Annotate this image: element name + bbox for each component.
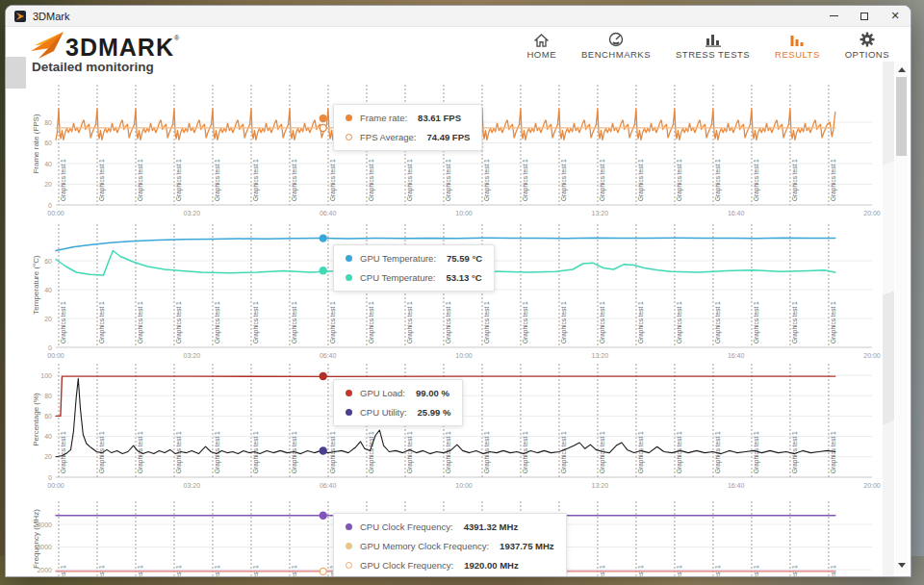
nav-stress-tests-label: STRESS TESTS bbox=[676, 49, 750, 60]
svg-text:Graphics test 1: Graphics test 1 bbox=[98, 301, 106, 343]
svg-text:Graphics test 1: Graphics test 1 bbox=[637, 301, 645, 343]
svg-text:Graphics test 1: Graphics test 1 bbox=[522, 301, 529, 343]
svg-text:Graphics test 1: Graphics test 1 bbox=[60, 301, 67, 343]
chart-percentage[interactable]: 020406080100Graphics test 1Graphics test… bbox=[30, 362, 906, 499]
svg-text:20:00: 20:00 bbox=[863, 352, 881, 359]
svg-text:60: 60 bbox=[44, 413, 52, 420]
svg-text:Graphics test 1: Graphics test 1 bbox=[252, 301, 260, 343]
svg-text:Graphics test 1: Graphics test 1 bbox=[445, 301, 452, 343]
svg-text:00:00: 00:00 bbox=[47, 352, 64, 359]
svg-text:20: 20 bbox=[44, 453, 52, 460]
page-title: Detailed monitoring bbox=[32, 60, 154, 74]
nav-home[interactable]: HOME bbox=[526, 31, 556, 60]
svg-text:16:40: 16:40 bbox=[728, 482, 745, 489]
chart-tooltip: CPU Clock Frequency:4391.32 MHzGPU Memor… bbox=[333, 513, 567, 577]
titlebar: 3DMark ✕ bbox=[6, 6, 911, 27]
svg-text:20: 20 bbox=[44, 316, 52, 322]
main-nav: HOME BENCHMARKS STRESS TESTS bbox=[526, 31, 889, 60]
minimize-button[interactable] bbox=[818, 6, 849, 26]
tooltip-value: 53.13 °C bbox=[447, 272, 482, 283]
maximize-button[interactable] bbox=[849, 6, 880, 26]
svg-text:Graphics test 1: Graphics test 1 bbox=[753, 159, 760, 201]
legend-dot-icon bbox=[346, 134, 352, 140]
desktop: 3DMark ✕ 3DMARK ® bbox=[0, 0, 924, 585]
vertical-scrollbar[interactable] bbox=[895, 62, 908, 573]
svg-text:06:40: 06:40 bbox=[320, 352, 337, 359]
chart-temperature-c[interactable]: 0204060Graphics test 1Graphics test 1Gra… bbox=[30, 222, 906, 362]
svg-text:Graphics test 1: Graphics test 1 bbox=[60, 159, 67, 201]
svg-text:Graphics test 1: Graphics test 1 bbox=[599, 301, 606, 343]
svg-text:Graphics test 1: Graphics test 1 bbox=[60, 431, 67, 473]
legend-dot-icon bbox=[346, 523, 352, 530]
svg-text:Graphics test 1: Graphics test 1 bbox=[714, 159, 722, 201]
svg-text:Graphics test 1: Graphics test 1 bbox=[791, 159, 799, 201]
svg-text:Graphics test 1: Graphics test 1 bbox=[214, 301, 221, 343]
svg-text:40: 40 bbox=[44, 433, 52, 440]
svg-text:10:00: 10:00 bbox=[455, 482, 473, 489]
tooltip-value: 75.59 °C bbox=[447, 253, 482, 264]
svg-text:Graphics test 1: Graphics test 1 bbox=[137, 159, 144, 201]
legend-dot-icon bbox=[346, 255, 352, 262]
nav-stress-tests[interactable]: STRESS TESTS bbox=[676, 31, 750, 60]
svg-text:Graphics test 1: Graphics test 1 bbox=[483, 301, 491, 343]
svg-text:Graphics test 1: Graphics test 1 bbox=[676, 159, 683, 201]
svg-text:Graphics test 1: Graphics test 1 bbox=[637, 159, 645, 201]
tooltip-label: GPU Load: bbox=[360, 388, 405, 398]
svg-text:Graphics test 1: Graphics test 1 bbox=[406, 159, 414, 201]
svg-text:16:40: 16:40 bbox=[728, 352, 745, 359]
scroll-down-icon[interactable] bbox=[898, 563, 906, 568]
legend-dot-icon bbox=[346, 543, 352, 549]
tooltip-row: CPU Utility:25.99 % bbox=[346, 407, 450, 418]
tooltip-row: CPU Temperature:53.13 °C bbox=[346, 272, 482, 283]
svg-text:Graphics test 1: Graphics test 1 bbox=[637, 431, 645, 473]
svg-text:Temperature (°C): Temperature (°C) bbox=[32, 255, 40, 315]
tooltip-label: CPU Temperature: bbox=[360, 272, 436, 283]
svg-text:Percentage (%): Percentage (%) bbox=[32, 393, 40, 446]
chart-tooltip: GPU Load:99.00 %CPU Utility:25.99 % bbox=[333, 379, 463, 426]
tooltip-label: Frame rate: bbox=[360, 113, 407, 123]
svg-text:Graphics test 1: Graphics test 1 bbox=[175, 159, 183, 201]
tooltip-label: FPS Average: bbox=[360, 132, 416, 142]
3dmark-window: 3DMark ✕ 3DMARK ® bbox=[5, 5, 911, 577]
svg-text:Graphics test 1: Graphics test 1 bbox=[560, 431, 568, 473]
svg-text:Graphics test 1: Graphics test 1 bbox=[676, 431, 683, 473]
nav-results[interactable]: RESULTS bbox=[775, 31, 820, 60]
registered-mark: ® bbox=[174, 35, 179, 41]
svg-text:Graphics test 1: Graphics test 1 bbox=[791, 301, 799, 343]
nav-benchmarks[interactable]: BENCHMARKS bbox=[581, 31, 651, 60]
svg-text:Graphics test 1: Graphics test 1 bbox=[599, 159, 606, 201]
bar-chart-icon bbox=[706, 31, 721, 47]
svg-text:Graphics test 1: Graphics test 1 bbox=[830, 431, 837, 473]
tooltip-label: CPU Utility: bbox=[360, 407, 407, 418]
chart-tooltip: Frame rate:83.61 FPSFPS Average:74.49 FP… bbox=[333, 104, 482, 151]
tooltip-label: GPU Clock Frequency: bbox=[360, 560, 453, 571]
tooltip-value: 1937.75 MHz bbox=[500, 541, 554, 551]
scrollbar-thumb[interactable] bbox=[896, 77, 907, 156]
svg-text:Graphics test 1: Graphics test 1 bbox=[252, 159, 260, 201]
nav-options[interactable]: OPTIONS bbox=[845, 31, 889, 60]
svg-text:Graphics test 1: Graphics test 1 bbox=[522, 159, 529, 201]
bar-chart-icon-active bbox=[790, 31, 804, 47]
tooltip-value: 1920.00 MHz bbox=[464, 560, 519, 571]
close-button[interactable]: ✕ bbox=[880, 6, 911, 26]
svg-text:Graphics test 1: Graphics test 1 bbox=[406, 301, 414, 343]
scroll-up-icon[interactable] bbox=[898, 67, 906, 72]
tooltip-value: 25.99 % bbox=[418, 407, 451, 418]
svg-text:Graphics test 1: Graphics test 1 bbox=[214, 159, 221, 201]
svg-text:20: 20 bbox=[44, 181, 52, 188]
legend-dot-icon bbox=[346, 409, 352, 416]
tooltip-value: 83.61 FPS bbox=[418, 113, 461, 123]
tooltip-value: 74.49 FPS bbox=[426, 132, 470, 142]
svg-text:Graphics test 1: Graphics test 1 bbox=[291, 159, 298, 201]
svg-text:10:00: 10:00 bbox=[455, 352, 473, 359]
tooltip-value: 4391.32 MHz bbox=[464, 521, 519, 532]
svg-text:Graphics test 1: Graphics test 1 bbox=[175, 301, 183, 343]
home-icon bbox=[534, 31, 549, 47]
svg-text:Graphics test 1: Graphics test 1 bbox=[368, 301, 375, 343]
svg-text:Graphics test 1: Graphics test 1 bbox=[560, 301, 568, 343]
svg-text:06:40: 06:40 bbox=[320, 482, 337, 489]
svg-text:10:00: 10:00 bbox=[455, 210, 473, 216]
chart-tooltip: GPU Temperature:75.59 °CCPU Temperature:… bbox=[333, 244, 495, 292]
gear-icon bbox=[860, 31, 875, 47]
svg-text:Graphics test 1: Graphics test 1 bbox=[329, 301, 337, 343]
